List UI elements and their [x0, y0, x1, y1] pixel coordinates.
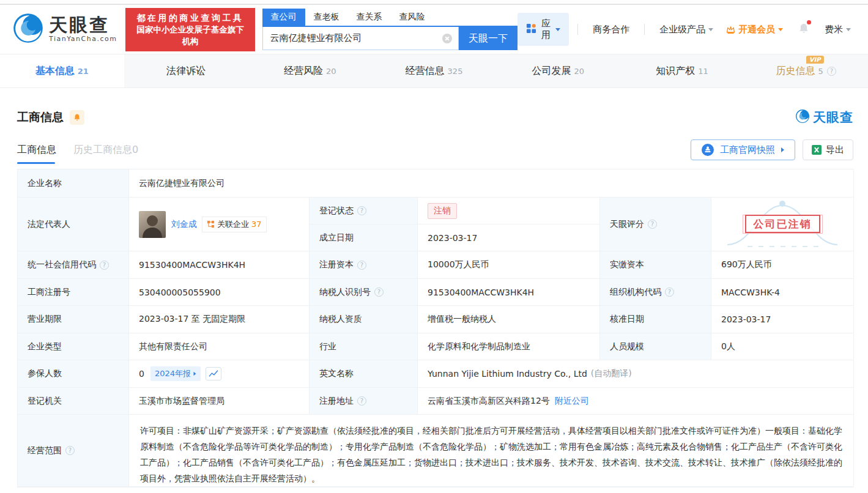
field-value-business-term: 2023-03-17 至 无固定期限 — [129, 306, 310, 333]
field-value-english-name: Yunnan Yijie Lithium Industry Co., Ltd (… — [418, 360, 854, 388]
section-title: 工商信息 — [17, 109, 64, 125]
header-nav: 应用 商务合作 企业级产品 开通会员 费米 — [517, 13, 857, 46]
notifications-bell-icon[interactable] — [798, 22, 810, 37]
excel-icon — [812, 145, 822, 155]
apps-menu[interactable]: 应用 — [517, 13, 569, 46]
field-label-score: 天眼评分? — [600, 198, 711, 251]
monitor-bell-icon[interactable] — [70, 110, 84, 125]
nav-enterprise[interactable]: 企业级产品 — [659, 24, 713, 35]
field-label-credit-code: 统一社会信用代码? — [18, 251, 129, 279]
user-menu[interactable]: 费米 — [825, 24, 851, 35]
apps-label: 应用 — [541, 18, 551, 41]
promo-banner: 都在用的商业查询工具 国家中小企业发展子基金旗下机构 — [125, 8, 254, 51]
network-icon — [207, 220, 215, 228]
field-label-reg-number: 工商注册号 — [18, 279, 129, 306]
cancelled-stamp: 公司已注销 — [743, 215, 823, 234]
vip-badge: VIP — [806, 56, 824, 64]
help-icon[interactable]: ? — [100, 261, 109, 270]
help-icon[interactable]: ? — [357, 261, 366, 270]
tab-operation-risk[interactable]: 经营风险20 — [248, 54, 372, 87]
field-label-legal-rep: 法定代表人 — [18, 198, 129, 251]
field-label-taxpayer-id: 纳税人识别号? — [310, 279, 418, 306]
field-label-company-type: 企业类型 — [18, 333, 129, 360]
legal-rep-avatar[interactable] — [139, 211, 166, 238]
nav-divider — [577, 24, 578, 35]
field-label-establish-date: 成立日期 — [310, 224, 418, 251]
search-tab-relation[interactable]: 查关系 — [348, 9, 391, 26]
field-label-reg-status: 登记状态? — [310, 198, 418, 224]
chevron-right-icon — [194, 372, 196, 376]
tianyancha-logo-icon — [12, 12, 44, 46]
legal-rep-link[interactable]: 刘金成 — [171, 219, 197, 230]
field-label-approval-date: 核准日期 — [600, 306, 711, 333]
field-label-reg-address: 注册地址? — [310, 388, 418, 415]
field-value-org-code: MACCW3HK-4 — [711, 279, 854, 306]
nav-vip-upgrade[interactable]: 开通会员 — [725, 24, 783, 35]
nearby-companies-link[interactable]: 附近公司 — [555, 396, 589, 407]
search-tabs: 查公司 查老板 查关系 查风险 — [262, 9, 518, 27]
tab-history-info[interactable]: 历史信息 VIP 5 ? — [744, 54, 868, 87]
subtab-business-info[interactable]: 工商信息 — [17, 144, 56, 164]
search-input[interactable] — [263, 27, 459, 50]
field-value-company-name: 云南亿捷锂业有限公司 — [129, 169, 854, 198]
logo-name: 天眼查 — [49, 16, 117, 34]
field-value-establish-date: 2023-03-17 — [418, 224, 600, 251]
export-button[interactable]: 导出 — [803, 139, 853, 160]
help-icon[interactable]: ? — [665, 287, 674, 297]
help-icon[interactable]: ? — [648, 220, 657, 229]
help-icon[interactable]: ? — [65, 446, 75, 455]
subtab-history-business-info[interactable]: 历史工商信息0 — [73, 144, 138, 164]
field-value-reg-number: 530400005055900 — [129, 279, 310, 306]
field-label-paid-capital: 实缴资本 — [600, 251, 711, 279]
field-value-reg-address: 云南省玉溪市高新区兴科路12号 附近公司 — [418, 388, 854, 415]
field-value-industry: 化学原料和化学制品制造业 — [418, 333, 600, 360]
field-value-approval-date: 2023-03-17 — [711, 306, 854, 333]
apps-grid-icon — [526, 23, 536, 36]
chevron-down-icon — [555, 28, 560, 31]
help-icon[interactable]: ? — [374, 287, 384, 297]
notification-dot — [807, 20, 811, 24]
tianyancha-logo[interactable]: 天眼查 TianYanCha.com — [12, 12, 117, 46]
chevron-down-icon — [778, 28, 783, 31]
field-label-business-term: 营业期限 — [18, 306, 129, 333]
chevron-right-icon — [781, 147, 784, 152]
status-badge: 注销 — [428, 203, 457, 219]
field-label-reg-authority: 登记机关 — [18, 388, 129, 415]
top-divider — [0, 0, 868, 5]
field-label-business-scope: 经营范围? — [18, 415, 129, 487]
field-value-business-scope: 许可项目：非煤矿山矿产资源开采；矿产资源勘查（依法须经批准的项目，经相关部门批准… — [129, 415, 854, 487]
field-value-credit-code: 91530400MACCW3HK4H — [129, 251, 310, 279]
field-value-taxpayer-id: 91530400MACCW3HK4H — [418, 279, 600, 306]
search-tab-company[interactable]: 查公司 — [262, 9, 305, 26]
stamp-icon — [702, 144, 714, 156]
chevron-down-icon — [708, 28, 713, 31]
tab-intellectual-property[interactable]: 知识产权11 — [620, 54, 744, 87]
main-tabs: 基本信息21 法律诉讼 经营风险20 经营信息325 公司发展20 知识产权11… — [0, 54, 868, 88]
username: 费米 — [825, 24, 843, 35]
tianyancha-watermark: 天眼查 — [795, 109, 853, 126]
field-value-score: 公司已注销 — [711, 198, 854, 251]
tab-company-development[interactable]: 公司发展20 — [496, 54, 620, 87]
promo-line1: 都在用的商业查询工具 — [133, 12, 247, 24]
annual-report-badge[interactable]: 2024年报 — [150, 366, 201, 381]
search-tab-risk[interactable]: 查风险 — [391, 9, 434, 26]
field-value-reg-authority: 玉溪市市场监督管理局 — [129, 388, 310, 415]
tab-basic-info[interactable]: 基本信息21 — [0, 54, 124, 87]
search-button[interactable]: 天眼一下 — [459, 27, 517, 50]
help-icon[interactable]: ? — [827, 67, 836, 76]
help-icon[interactable]: ? — [357, 206, 366, 215]
related-companies-chip[interactable]: 关联企业 37 — [202, 217, 267, 232]
help-icon[interactable]: ? — [357, 396, 366, 406]
search-tab-boss[interactable]: 查老板 — [305, 9, 348, 26]
tab-operation-info[interactable]: 经营信息325 — [372, 54, 496, 87]
nav-divider — [644, 24, 645, 35]
field-value-reg-capital: 10000万人民币 — [418, 251, 600, 279]
tab-legal-litigation[interactable]: 法律诉讼 — [124, 54, 248, 87]
official-snapshot-button[interactable]: 工商官网快照 — [691, 139, 795, 160]
business-info-table: 企业名称 云南亿捷锂业有限公司 法定代表人 刘金成 关联企业 37 登记状态? … — [17, 169, 853, 487]
field-value-paid-capital: 690万人民币 — [711, 251, 854, 279]
nav-cooperation[interactable]: 商务合作 — [593, 24, 629, 35]
trend-chart-icon[interactable] — [206, 367, 221, 380]
field-label-reg-capital: 注册资本? — [310, 251, 418, 279]
clear-icon[interactable] — [442, 34, 452, 43]
